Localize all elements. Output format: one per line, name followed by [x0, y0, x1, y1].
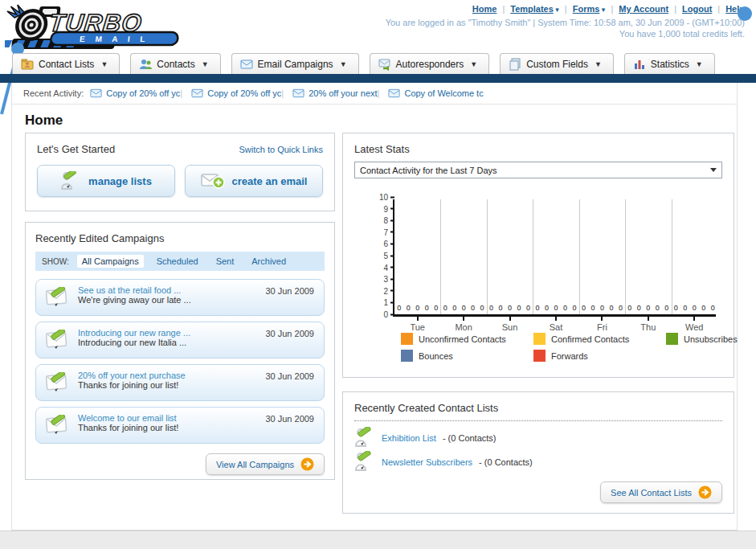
- top-nav-link[interactable]: Forms: [573, 4, 600, 14]
- bar-value-label: 0: [590, 304, 595, 312]
- create-email-button[interactable]: create an email: [185, 165, 323, 197]
- y-tick-label: 1: [383, 298, 388, 307]
- footer-strip: [0, 531, 756, 549]
- recent-activity-item: Copy of 20% off yc: [180, 88, 281, 98]
- y-tick-label: 5: [383, 252, 388, 260]
- view-all-campaigns-button[interactable]: View All Campaigns: [206, 453, 325, 475]
- y-tick-label: 3: [383, 275, 388, 284]
- recent-activity-link[interactable]: Copy of Welcome tc: [404, 88, 483, 98]
- decorative-dot: [738, 6, 752, 21]
- dotted-divider: [354, 420, 722, 421]
- bar-value-label: 0: [489, 304, 493, 312]
- y-axis-tick: 5: [383, 252, 394, 260]
- campaign-date: 30 Jun 2009: [265, 371, 314, 381]
- chevron-down-icon: [710, 168, 717, 172]
- envelope-plus-icon: [201, 172, 225, 190]
- bar-value-label: 0: [462, 304, 466, 312]
- x-axis-tick: [555, 317, 557, 321]
- top-nav-link[interactable]: Templates: [510, 4, 554, 14]
- chevron-down-icon: ▼: [696, 60, 703, 68]
- filter-sent[interactable]: Sent: [211, 255, 239, 268]
- envelope-icon: [292, 88, 304, 98]
- filter-archived[interactable]: Archived: [247, 255, 291, 268]
- campaign-date: 30 Jun 2009: [265, 286, 314, 296]
- x-axis-tick: [601, 317, 603, 321]
- recent-activity-link[interactable]: Copy of 20% off yc: [207, 88, 281, 98]
- y-tick-label: 6: [383, 240, 388, 248]
- y-axis-tick: 0: [383, 310, 394, 319]
- person-pencil-icon: [60, 171, 81, 191]
- orange-arrow-icon: [698, 485, 712, 499]
- tab-custom-fields[interactable]: Custom Fields▼: [500, 53, 614, 75]
- y-axis-tick: 7: [383, 227, 394, 236]
- top-nav-link[interactable]: Logout: [682, 4, 712, 14]
- bar-value-label: 0: [637, 304, 641, 312]
- x-axis-tick: [693, 317, 695, 321]
- tick-mark: [390, 219, 394, 221]
- top-nav-link[interactable]: My Account: [619, 4, 668, 14]
- top-nav-link[interactable]: Home: [472, 4, 497, 14]
- manage-lists-button[interactable]: manage lists: [37, 165, 175, 197]
- bar-value-label: 0: [415, 304, 419, 312]
- legend-label: Forwards: [551, 351, 588, 361]
- bar-value-label: 0: [517, 304, 521, 312]
- legend-swatch: [533, 333, 546, 345]
- tick-mark: [390, 231, 394, 233]
- chevron-down-icon: ▾: [599, 6, 605, 14]
- bar-value-label: 0: [554, 304, 558, 312]
- legend-item: Unsubscribes: [666, 333, 756, 345]
- tab-email-campaigns[interactable]: Email Campaigns▼: [231, 53, 359, 75]
- y-tick-label: 9: [383, 204, 388, 213]
- legend-item: Forwards: [533, 350, 666, 362]
- x-axis-tick: [509, 317, 511, 321]
- legend-item: Bounces: [401, 350, 533, 362]
- bar-value-label: 0: [609, 304, 613, 312]
- campaign-item: See us at the retail food ... We're givi…: [35, 279, 325, 316]
- tab-contact-lists[interactable]: Contact Lists▼: [12, 53, 120, 75]
- contact-activity-chart: 01234567891000000Tue00000Mon00000Sun0000…: [354, 190, 722, 350]
- contact-list-link[interactable]: Exhibition List: [382, 433, 436, 443]
- recent-activity-link[interactable]: 20% off your next: [309, 88, 377, 98]
- x-axis-tick: [463, 317, 464, 321]
- bar-value-label: 0: [711, 304, 715, 312]
- legend-label: Unconfirmed Contacts: [419, 334, 506, 344]
- bar-value-label: 0: [407, 304, 411, 312]
- x-axis-label: Fri: [597, 322, 607, 332]
- create-email-label: create an email: [232, 175, 308, 187]
- bar-value-label: 0: [674, 304, 678, 312]
- chevron-down-icon: ▼: [595, 60, 602, 68]
- tab-contacts[interactable]: Contacts▼: [130, 53, 220, 75]
- filter-all-campaigns[interactable]: All Campaigns: [77, 255, 144, 268]
- top-nav-item: My Account: [605, 4, 668, 14]
- tab-autoresponders[interactable]: Autoresponders▼: [370, 53, 490, 75]
- bar-value-label: 0: [452, 304, 456, 312]
- bar-value-label: 0: [434, 304, 438, 312]
- tab-label: Contacts: [157, 59, 194, 70]
- contact-lists-panel: Recently Created Contact Lists Exhibitio…: [342, 391, 734, 514]
- tick-mark: [390, 255, 394, 256]
- bar-value-label: 0: [443, 304, 447, 312]
- see-all-contact-lists-button[interactable]: See All Contact Lists: [600, 481, 722, 503]
- main-content: Recent Activity: Copy of 20% off ycCopy …: [11, 83, 738, 531]
- contact-list-link[interactable]: Newsletter Subscribers: [382, 457, 472, 467]
- gridline: [440, 199, 441, 314]
- stats-period-select[interactable]: Contact Activity for the Last 7 Days: [354, 162, 722, 178]
- get-started-title: Let's Get Started: [37, 143, 115, 155]
- campaign-item: Introducing our new range ... Introducin…: [35, 322, 325, 358]
- switch-quick-links-link[interactable]: Switch to Quick Links: [239, 145, 323, 154]
- legend-swatch: [401, 350, 413, 362]
- envelope-pencil-icon: [46, 287, 72, 309]
- recent-activity-link[interactable]: Copy of 20% off yc: [106, 88, 180, 98]
- y-tick-label: 4: [383, 263, 388, 272]
- y-axis-tick: 4: [383, 263, 394, 272]
- filter-scheduled[interactable]: Scheduled: [152, 255, 203, 268]
- bar-value-label: 0: [526, 304, 530, 312]
- legend-label: Confirmed Contacts: [551, 334, 629, 344]
- login-line2: You have 1,000 total credits left.: [386, 28, 745, 39]
- turbo-email-logo: TURBO E M A I L: [5, 3, 206, 53]
- y-axis-tick: 10: [379, 193, 394, 202]
- tab-statistics[interactable]: Statistics▼: [624, 53, 715, 75]
- campaign-date: 30 Jun 2009: [265, 329, 314, 338]
- tick-mark: [390, 313, 394, 315]
- envelope-icon: [240, 58, 253, 71]
